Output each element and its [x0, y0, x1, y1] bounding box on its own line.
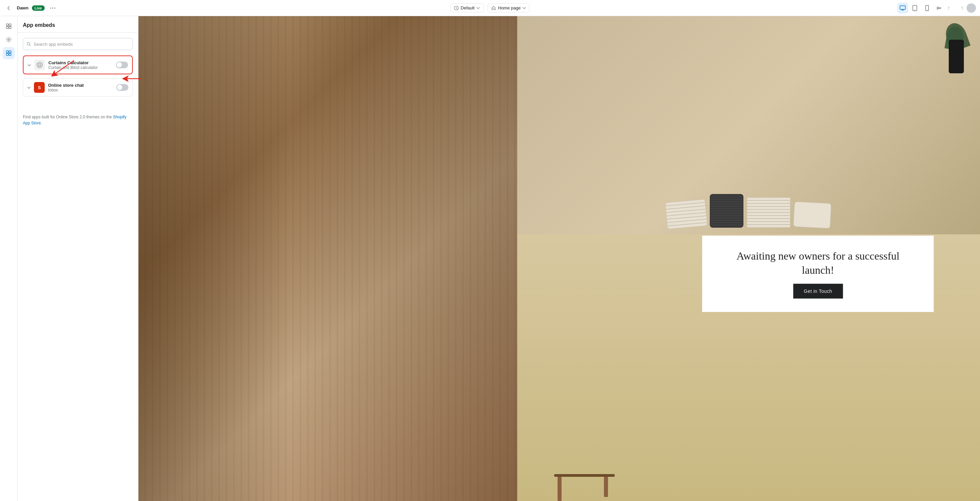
pillow-3: [747, 197, 791, 228]
search-input[interactable]: [33, 42, 129, 47]
furniture-silhouette: [551, 474, 618, 501]
sidebar-footer: Find apps built for Online Store 2.0 the…: [18, 108, 138, 131]
icon-rail: [0, 16, 18, 501]
svg-point-8: [927, 10, 927, 10]
curtains-calculator-embed: Curtains Calculator Curtain and Blind ca…: [23, 56, 133, 74]
mobile-view-button[interactable]: [921, 3, 932, 13]
inbox-toggle[interactable]: [116, 84, 128, 91]
pillows-area: [517, 16, 980, 235]
pillow-1: [665, 199, 708, 229]
curtains-chevron[interactable]: [27, 62, 31, 67]
hero-top-right: [517, 16, 980, 235]
pillow-2: [710, 194, 743, 228]
svg-rect-9: [6, 24, 8, 26]
store-preview: Awaiting new owners for a successful lau…: [138, 16, 980, 501]
main-area: App embeds: [0, 16, 980, 501]
svg-point-6: [915, 10, 915, 10]
curtains-subtitle: Curtain and Blind calculator: [48, 65, 113, 70]
search-icon: [27, 42, 31, 46]
curtains-toggle[interactable]: [116, 62, 128, 68]
search-box[interactable]: [23, 38, 133, 50]
cta-button[interactable]: Get in Touch: [793, 284, 843, 298]
svg-rect-12: [9, 27, 11, 29]
svg-point-1: [52, 7, 53, 8]
preview-area: Awaiting new owners for a successful lau…: [138, 16, 980, 501]
inbox-title: Online store chat: [48, 83, 113, 88]
inbox-icon: S: [34, 82, 45, 93]
svg-point-0: [50, 7, 51, 8]
default-label: Default: [461, 5, 474, 10]
theme-name: Dawn: [17, 5, 29, 10]
back-button[interactable]: [4, 3, 13, 13]
undo-button[interactable]: [946, 3, 955, 13]
more-button[interactable]: [48, 3, 57, 13]
online-store-chat-embed: S Online store chat Inbox: [23, 78, 133, 96]
tablet-view-button[interactable]: [909, 3, 920, 13]
hero-left: [138, 16, 517, 501]
inbox-chevron[interactable]: [27, 85, 30, 90]
pillow-4: [794, 201, 832, 229]
svg-point-18: [27, 42, 30, 45]
homepage-label: Home page: [498, 5, 520, 10]
user-avatar[interactable]: [967, 3, 976, 13]
svg-point-2: [54, 7, 55, 8]
svg-point-19: [37, 62, 42, 68]
topbar: Dawn Live Default Home page: [0, 0, 980, 16]
live-badge: Live: [32, 5, 45, 11]
sidebar-title: App embeds: [18, 16, 138, 33]
svg-rect-15: [9, 51, 11, 53]
hero-section: Awaiting new owners for a successful lau…: [138, 16, 980, 501]
share-button[interactable]: [934, 3, 944, 13]
plant-decoration: [940, 23, 967, 73]
hero-right: Awaiting new owners for a successful lau…: [517, 16, 980, 501]
svg-rect-11: [6, 27, 8, 29]
hero-text-box: Awaiting new owners for a successful lau…: [702, 236, 934, 312]
svg-rect-10: [9, 24, 11, 26]
svg-rect-16: [6, 53, 8, 56]
inbox-subtitle: Inbox: [48, 88, 113, 93]
nav-settings[interactable]: [3, 34, 15, 46]
nav-app-embeds[interactable]: [3, 47, 15, 59]
hero-heading: Awaiting new owners for a successful lau…: [719, 249, 917, 277]
svg-rect-17: [9, 53, 11, 56]
svg-rect-4: [900, 6, 905, 10]
curtains-info: Curtains Calculator Curtain and Blind ca…: [48, 60, 113, 70]
curtains-icon: [34, 59, 45, 70]
homepage-dropdown[interactable]: Home page: [488, 3, 530, 13]
sidebar-panel: App embeds: [18, 16, 138, 501]
inbox-info: Online store chat Inbox: [48, 83, 113, 93]
desktop-view-button[interactable]: [897, 3, 908, 13]
default-dropdown[interactable]: Default: [450, 3, 484, 13]
nav-sections[interactable]: [3, 20, 15, 32]
svg-rect-14: [6, 51, 8, 53]
redo-button[interactable]: [956, 3, 965, 13]
curtains-title: Curtains Calculator: [48, 60, 113, 65]
svg-point-13: [8, 39, 10, 41]
